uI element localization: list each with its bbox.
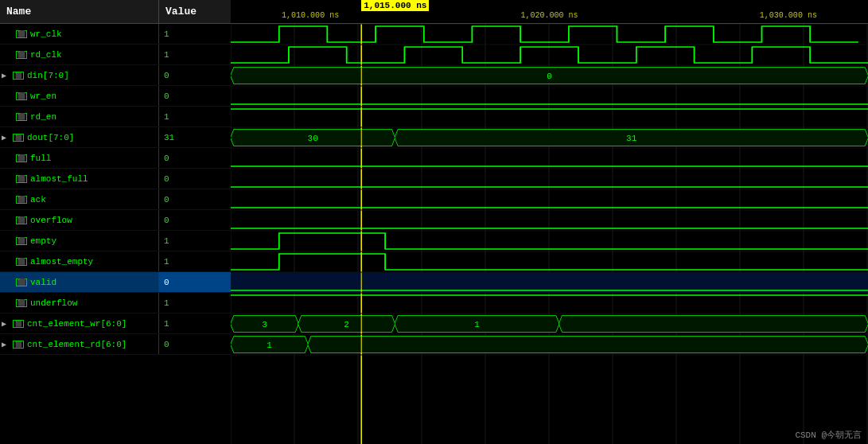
signal-label-9: overflow xyxy=(30,216,72,225)
signal-name-1: ⬛ rd_clk xyxy=(0,45,159,64)
signal-icon-8: ⬛ xyxy=(16,196,27,204)
signal-value-6: 0 xyxy=(159,148,231,168)
signal-label-0: wr_clk xyxy=(30,29,62,39)
expand-arrow-5[interactable]: ▶ xyxy=(2,133,10,142)
signal-value-0: 1 xyxy=(159,24,231,44)
signal-icon-2: ⬛ xyxy=(13,72,24,80)
signal-label-12: valid xyxy=(30,278,56,287)
signal-icon-11: ⬛ xyxy=(16,258,27,266)
signal-row-2[interactable]: ▶ ⬛ din[7:0] 0 xyxy=(0,65,231,86)
signal-value-14: 1 xyxy=(159,314,231,333)
signal-row-13[interactable]: ⬛ underflow 1 xyxy=(0,293,231,314)
signal-name-9: ⬛ overflow xyxy=(0,210,159,230)
cursor-label: 1,015.000 ns xyxy=(361,0,429,11)
signal-icon-7: ⬛ xyxy=(16,175,27,183)
signal-row-8[interactable]: ⬛ ack 0 xyxy=(0,189,231,210)
signal-value-2: 0 xyxy=(159,65,231,85)
expand-arrow-15[interactable]: ▶ xyxy=(2,340,10,349)
signal-row-3[interactable]: ⬛ wr_en 0 xyxy=(0,86,231,107)
signal-label-14: cnt_element_wr[6:0] xyxy=(27,319,127,329)
signal-name-12: ⬛ valid xyxy=(0,272,159,292)
signal-value-8: 0 xyxy=(159,189,231,209)
signal-row-0[interactable]: ⬛ wr_clk 1 xyxy=(0,24,231,45)
signal-name-8: ⬛ ack xyxy=(0,189,159,209)
signal-icon-13: ⬛ xyxy=(16,299,27,307)
signal-icon-9: ⬛ xyxy=(16,216,27,224)
signal-name-7: ⬛ almost_full xyxy=(0,169,159,189)
signal-value-15: 0 xyxy=(159,334,231,354)
name-column-header: Name xyxy=(0,0,159,23)
signal-row-6[interactable]: ⬛ full 0 xyxy=(0,148,231,169)
signal-label-15: cnt_element_rd[6:0] xyxy=(27,340,127,349)
timeline-tick: 1,010.000 ns xyxy=(282,11,339,20)
signal-name-3: ⬛ wr_en xyxy=(0,86,159,106)
signal-row-15[interactable]: ▶ ⬛ cnt_element_rd[6:0] 0 xyxy=(0,334,231,355)
signal-row-10[interactable]: ⬛ empty 1 xyxy=(0,231,231,251)
signal-name-10: ⬛ empty xyxy=(0,231,159,251)
signal-icon-4: ⬛ xyxy=(16,113,27,121)
signal-label-3: wr_en xyxy=(30,92,56,101)
signal-icon-0: ⬛ xyxy=(16,30,27,38)
expand-arrow-2[interactable]: ▶ xyxy=(2,71,10,80)
signal-label-1: rd_clk xyxy=(30,50,62,60)
signal-icon-12: ⬛ xyxy=(16,278,27,286)
left-panels: Name Value ⬛ wr_clk 1 ⬛ rd_clk 1 ▶ ⬛ din… xyxy=(0,0,231,444)
signal-label-2: din[7:0] xyxy=(27,71,69,80)
waveform-area[interactable]: CSDN @今朝无言 xyxy=(231,24,868,444)
waveform-panel[interactable]: 1,015.000 ns 1,010.000 ns1,020.000 ns1,0… xyxy=(231,0,868,444)
waveform-canvas xyxy=(231,24,868,444)
watermark: CSDN @今朝无言 xyxy=(795,429,862,441)
timeline-tick: 1,030.000 ns xyxy=(760,11,817,20)
signal-value-10: 1 xyxy=(159,231,231,251)
signal-icon-1: ⬛ xyxy=(16,51,27,59)
signal-name-6: ⬛ full xyxy=(0,148,159,168)
signal-row-12[interactable]: ⬛ valid 0 xyxy=(0,272,231,293)
value-column-header: Value xyxy=(159,0,231,23)
signal-name-15[interactable]: ▶ ⬛ cnt_element_rd[6:0] xyxy=(0,334,159,354)
signal-label-10: empty xyxy=(30,236,56,246)
signal-value-3: 0 xyxy=(159,86,231,106)
signal-icon-14: ⬛ xyxy=(13,320,24,328)
signal-value-9: 0 xyxy=(159,210,231,230)
signal-row-11[interactable]: ⬛ almost_empty 1 xyxy=(0,251,231,272)
signal-name-5[interactable]: ▶ ⬛ dout[7:0] xyxy=(0,127,159,147)
signal-rows-container: ⬛ wr_clk 1 ⬛ rd_clk 1 ▶ ⬛ din[7:0] 0 ⬛ w… xyxy=(0,24,231,355)
signal-label-4: rd_en xyxy=(30,112,56,122)
timeline-header: 1,015.000 ns 1,010.000 ns1,020.000 ns1,0… xyxy=(231,0,868,24)
signal-name-11: ⬛ almost_empty xyxy=(0,251,159,271)
main-container: Name Value ⬛ wr_clk 1 ⬛ rd_clk 1 ▶ ⬛ din… xyxy=(0,0,868,444)
signal-label-6: full xyxy=(30,154,51,163)
signal-row-7[interactable]: ⬛ almost_full 0 xyxy=(0,169,231,189)
signal-label-13: underflow xyxy=(30,298,77,308)
signal-row-9[interactable]: ⬛ overflow 0 xyxy=(0,210,231,231)
signal-value-1: 1 xyxy=(159,45,231,64)
timeline-tick: 1,020.000 ns xyxy=(520,11,578,20)
signal-name-2[interactable]: ▶ ⬛ din[7:0] xyxy=(0,65,159,85)
signal-icon-6: ⬛ xyxy=(16,154,27,162)
signal-value-4: 1 xyxy=(159,107,231,127)
signal-value-7: 0 xyxy=(159,169,231,189)
signal-icon-15: ⬛ xyxy=(13,341,24,349)
signal-name-4: ⬛ rd_en xyxy=(0,107,159,127)
signal-row-14[interactable]: ▶ ⬛ cnt_element_wr[6:0] 1 xyxy=(0,314,231,334)
signal-label-7: almost_full xyxy=(30,174,88,184)
signal-row-5[interactable]: ▶ ⬛ dout[7:0] 31 xyxy=(0,127,231,148)
signal-value-5: 31 xyxy=(159,127,231,147)
signal-icon-3: ⬛ xyxy=(16,92,27,100)
signal-icon-10: ⬛ xyxy=(16,237,27,245)
expand-arrow-14[interactable]: ▶ xyxy=(2,319,10,329)
signal-label-8: ack xyxy=(30,195,46,204)
signal-label-11: almost_empty xyxy=(30,257,93,267)
signal-label-5: dout[7:0] xyxy=(27,133,74,142)
signal-value-12: 0 xyxy=(159,272,231,292)
signal-name-13: ⬛ underflow xyxy=(0,293,159,313)
signal-value-13: 1 xyxy=(159,293,231,313)
signal-icon-5: ⬛ xyxy=(13,134,24,142)
signal-row-1[interactable]: ⬛ rd_clk 1 xyxy=(0,45,231,65)
signal-name-0: ⬛ wr_clk xyxy=(0,24,159,44)
signal-row-4[interactable]: ⬛ rd_en 1 xyxy=(0,107,231,127)
left-header: Name Value xyxy=(0,0,231,24)
signal-name-14[interactable]: ▶ ⬛ cnt_element_wr[6:0] xyxy=(0,314,159,333)
signal-value-11: 1 xyxy=(159,251,231,271)
